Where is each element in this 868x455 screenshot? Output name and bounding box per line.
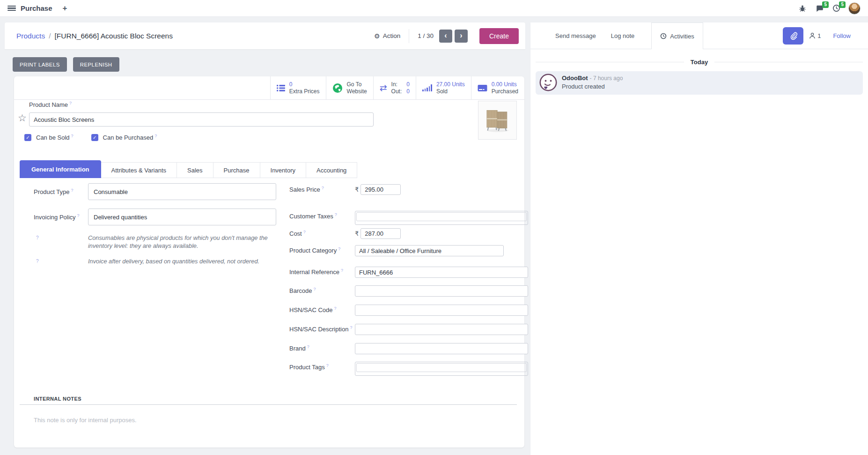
activities-clock-icon[interactable]: 5 — [831, 4, 841, 13]
brand-input[interactable] — [355, 343, 528, 354]
units-purchased-label: Purchased — [492, 88, 518, 95]
message-timestamp: - 7 hours ago — [590, 75, 623, 82]
followers-button[interactable]: 1 — [809, 32, 821, 39]
form-right-column: Sales Price ₹ Customer Taxes Cost ₹ — [289, 184, 528, 376]
divider — [409, 29, 409, 43]
product-category-input[interactable] — [355, 245, 504, 256]
breadcrumb-products-link[interactable]: Products — [16, 32, 45, 40]
invoicing-help-row: Invoice after delivery, based on quantit… — [34, 257, 277, 265]
clock-icon — [660, 33, 667, 39]
follow-button[interactable]: Follow — [833, 32, 851, 39]
follower-person-icon — [809, 32, 816, 39]
debug-bug-icon[interactable] — [798, 4, 807, 13]
list-icon — [277, 84, 285, 92]
currency-symbol: ₹ — [355, 230, 359, 237]
activities-button[interactable]: Activities — [651, 22, 703, 49]
replenish-button[interactable]: REPLENISH — [73, 57, 119, 72]
checkbox-row: Can be Sold Can be Purchased — [24, 134, 170, 141]
favorite-star-icon[interactable]: ☆ — [18, 113, 27, 123]
go-to-website-stat-button[interactable]: Go To Website — [326, 76, 373, 99]
product-image[interactable] — [478, 101, 517, 140]
internal-reference-label: Internal Reference — [289, 267, 355, 276]
product-type-select[interactable] — [88, 183, 276, 200]
tab-inventory[interactable]: Inventory — [260, 162, 306, 178]
send-message-button[interactable]: Send message — [555, 22, 596, 49]
tab-sales[interactable]: Sales — [177, 162, 213, 178]
product-name-label: Product Name — [29, 101, 72, 108]
tab-accounting[interactable]: Accounting — [306, 162, 357, 178]
control-panel-right: Action 1 / 30 Create — [374, 28, 519, 44]
odoobot-avatar — [539, 74, 557, 91]
message-author[interactable]: OdooBot — [562, 75, 588, 82]
control-panel: Products [FURN_6666] Acoustic Bloc Scree… — [5, 22, 525, 49]
internal-reference-input[interactable] — [355, 267, 528, 278]
tab-general-information[interactable]: General Information — [20, 160, 101, 178]
pager-previous-button[interactable] — [439, 30, 452, 43]
product-name-input[interactable] — [29, 112, 374, 127]
help-question-icon — [34, 257, 88, 265]
product-type-label: Product Type — [34, 188, 88, 195]
bar-chart-icon — [422, 84, 432, 91]
hsn-sac-code-input[interactable] — [355, 305, 528, 316]
tab-attributes-variants[interactable]: Attributes & Variants — [101, 162, 177, 178]
stat-button-row: 0 Extra Prices Go To Website ⇄ In: 0 Out… — [14, 76, 524, 100]
internal-notes-placeholder[interactable]: This note is only for internal purposes. — [20, 417, 517, 424]
internal-reference-row: Internal Reference — [289, 267, 528, 278]
customer-taxes-row: Customer Taxes — [289, 211, 528, 225]
chatter-message[interactable]: OdooBot- 7 hours ago Product created — [536, 71, 863, 95]
activities-button-label: Activities — [670, 33, 694, 40]
messages-icon[interactable]: 5 — [815, 4, 824, 13]
cost-row: Cost ₹ — [289, 228, 528, 239]
chatter-panel: Send message Log note Activities 1 Follo… — [530, 22, 868, 455]
app-title[interactable]: Purchase — [21, 4, 52, 12]
currency-symbol: ₹ — [355, 186, 359, 193]
sales-price-row: Sales Price ₹ — [289, 184, 528, 195]
units-sold-stat-button[interactable]: 27.00 Units Sold — [416, 76, 471, 99]
action-menu-button[interactable]: Action — [374, 32, 400, 40]
followers-count: 1 — [817, 32, 821, 39]
tab-purchase[interactable]: Purchase — [213, 162, 260, 178]
units-purchased-stat-button[interactable]: 0.00 Units Purchased — [471, 76, 524, 99]
product-form-card: 0 Extra Prices Go To Website ⇄ In: 0 Out… — [14, 76, 524, 448]
extra-prices-stat-button[interactable]: 0 Extra Prices — [270, 76, 326, 99]
invoicing-policy-label: Invoicing Policy — [34, 213, 88, 221]
action-label: Action — [383, 32, 401, 39]
out-label: Out: — [391, 88, 402, 95]
notebook-tabs: General Information Attributes & Variant… — [20, 160, 357, 178]
internal-notes-section: INTERNAL NOTES This note is only for int… — [20, 396, 517, 424]
hsn-sac-description-input[interactable] — [355, 324, 528, 335]
can-be-sold-checkbox[interactable] — [24, 134, 31, 141]
create-button[interactable]: Create — [479, 28, 519, 44]
credit-card-icon — [478, 84, 487, 92]
user-avatar[interactable] — [848, 2, 861, 15]
sales-price-label: Sales Price — [289, 184, 355, 193]
hamburger-menu-icon[interactable] — [7, 6, 16, 11]
consumable-help-row: Consumables are physical products for wh… — [34, 234, 277, 250]
barcode-input[interactable] — [355, 285, 528, 297]
cost-input[interactable] — [360, 228, 401, 239]
in-out-stat-button[interactable]: ⇄ In: 0 Out: 0 — [373, 76, 416, 99]
pager-next-button[interactable] — [455, 30, 468, 43]
product-tags-input[interactable] — [355, 362, 528, 376]
product-type-row: Product Type — [34, 183, 277, 200]
extra-prices-label: Extra Prices — [289, 88, 320, 95]
activities-badge: 5 — [839, 1, 846, 8]
can-be-purchased-checkbox[interactable] — [91, 134, 98, 141]
exchange-arrows-icon: ⇄ — [380, 83, 387, 92]
hsn-sac-code-row: HSN/SAC Code — [289, 305, 528, 316]
print-labels-button[interactable]: PRINT LABELS — [13, 57, 67, 72]
top-navbar: Purchase + 5 5 — [0, 0, 868, 17]
customer-taxes-input[interactable] — [355, 211, 528, 225]
hsn-sac-code-label: HSN/SAC Code — [289, 305, 355, 313]
hsn-sac-description-row: HSN/SAC Description — [289, 324, 528, 335]
invoicing-policy-select[interactable] — [88, 209, 276, 225]
product-category-row: Product Category — [289, 245, 528, 256]
internal-notes-header: INTERNAL NOTES — [20, 396, 517, 405]
product-tags-label: Product Tags — [289, 362, 355, 371]
new-tab-icon[interactable]: + — [63, 4, 67, 12]
invoicing-help-text: Invoice after delivery, based on quantit… — [88, 257, 273, 265]
attach-files-button[interactable] — [783, 27, 803, 45]
sales-price-input[interactable] — [360, 184, 401, 195]
log-note-button[interactable]: Log note — [611, 22, 635, 49]
can-be-purchased-label: Can be Purchased — [103, 134, 157, 141]
